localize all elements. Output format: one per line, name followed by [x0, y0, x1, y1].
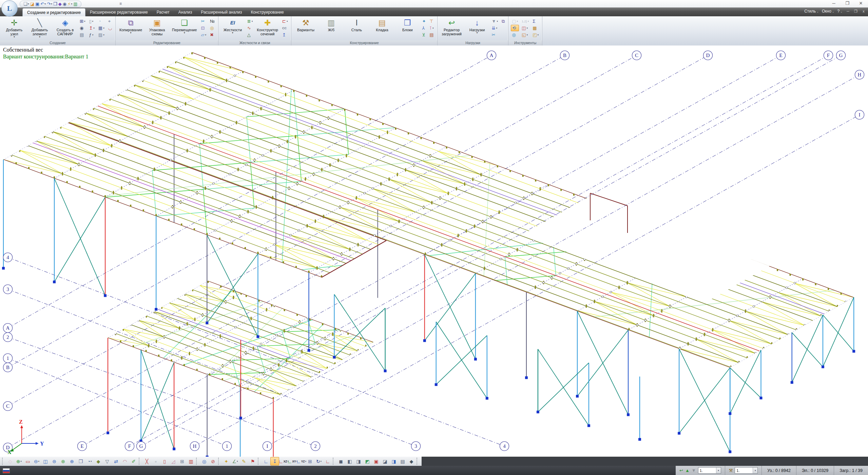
color-blocks-icon[interactable]: ◰▾ [532, 32, 540, 38]
concrete-button[interactable]: ▥Ж/б [319, 17, 343, 35]
cut-loads-icon[interactable]: ✂ [491, 32, 499, 38]
copy-button[interactable]: ⧉Копирование▾ [118, 17, 143, 35]
select-zoom-icon[interactable]: ◎ [209, 25, 216, 31]
select-mode-icon[interactable]: ▢▾ [511, 18, 519, 24]
rotate-view-icon[interactable]: ⊛ [59, 457, 67, 465]
toolbar-overflow-icon[interactable]: ≡ [119, 1, 122, 6]
mesh-icon[interactable]: ▦▾ [97, 25, 105, 31]
lightning-icon[interactable]: ⚡▾ [67, 1, 72, 7]
section-icon[interactable]: ⊏▾ [281, 18, 289, 24]
view-back-icon[interactable]: ◨ [389, 457, 398, 465]
arc-icon[interactable]: ◡ [107, 25, 113, 31]
tab-расчет[interactable]: Расчет [152, 8, 174, 16]
stiffness-button[interactable]: EIЖесткости▾ [221, 17, 245, 35]
view-left-icon[interactable]: ◩ [363, 457, 372, 465]
dome-icon[interactable]: ◔ [97, 18, 105, 24]
surface-fxy-icon[interactable]: ƒ▾ [88, 32, 95, 38]
select-nodes-icon[interactable]: ▫ [151, 457, 160, 465]
open-file-icon[interactable]: ◪ [30, 1, 34, 7]
pile-icon[interactable]: ⅄ [421, 25, 427, 31]
minimize-button[interactable]: ─ [829, 1, 838, 6]
move-button[interactable]: ❏Перемещение▾ [171, 17, 198, 35]
rotate-icon[interactable]: ↻▾ [314, 457, 323, 465]
select-building-icon[interactable]: ▥ [187, 457, 195, 465]
delete-icon[interactable]: ✖ [209, 32, 216, 38]
scissors-icon[interactable]: ✂ [200, 18, 207, 24]
select-frame-icon[interactable]: ⊞ [178, 457, 187, 465]
zoom-refresh-icon[interactable]: ◎ [511, 32, 519, 38]
add-element-button[interactable]: ╲Добавить элемент▾ [28, 17, 52, 39]
view-front-icon[interactable]: ▣ [372, 457, 381, 465]
frame-building-icon[interactable]: ▤ [79, 32, 86, 38]
steel-button[interactable]: ΙСталь [345, 17, 368, 35]
arch-icon[interactable]: ◠ [120, 457, 129, 465]
tabstrip-right-menu[interactable]: Стиль⌄Окно⌄?⌄─❐x [804, 9, 866, 14]
app-logo[interactable]: L [1, 0, 18, 17]
select-block-icon[interactable]: ◿ [169, 457, 178, 465]
tab-расширенный-анализ[interactable]: Расширенный анализ [196, 8, 246, 16]
variant-combobox[interactable]: 1.▾ [735, 467, 758, 474]
view-top-icon[interactable]: ◧ [345, 457, 354, 465]
restore-button[interactable]: ❐ [843, 1, 852, 6]
chart-icon[interactable]: ▥ [73, 1, 77, 7]
compress-icon[interactable]: ⊜ [50, 457, 59, 465]
tab-анализ[interactable]: Анализ [174, 8, 197, 16]
polygon-select-icon[interactable]: ◇ [6, 457, 15, 465]
zoom-out-icon[interactable]: ⊖▾ [32, 457, 41, 465]
flashlight-icon[interactable]: ✦ [222, 457, 231, 465]
unselect-icon[interactable]: ╳ [142, 457, 151, 465]
resize-icon[interactable]: ⊡ [200, 25, 207, 31]
design-variant-icon[interactable]: ⚒ [729, 468, 733, 473]
add-axes-icon[interactable]: ↥▾ [88, 25, 95, 31]
loads-button[interactable]: ↓Нагрузки▾ [465, 17, 489, 35]
cc-icon[interactable]: CC [281, 25, 289, 31]
load-editor-icon[interactable]: ↩ [679, 468, 683, 473]
frame-icon[interactable]: ⊞▾ [79, 18, 86, 24]
section-builder-button[interactable]: ✚Конструктор сечений [255, 17, 279, 39]
quick-access-toolbar[interactable]: ❏▾◪▣↶▾↷▾❒◆◉⚡▾▥ [20, 1, 81, 7]
palette-icon[interactable]: ▩ [532, 25, 540, 31]
zoom-window-icon[interactable]: ▭ [23, 457, 32, 465]
distributed-load-icon[interactable]: ⇊▾ [491, 25, 499, 31]
doc-close-button[interactable]: x [861, 9, 866, 13]
pan-rotate-icon[interactable]: ⟲ [511, 25, 519, 31]
mirror-icon[interactable]: ◫ [41, 457, 50, 465]
pencil-icon[interactable]: ✎ [239, 457, 248, 465]
find-icon[interactable]: ◎ [200, 457, 209, 465]
isometry-icon[interactable]: ◆ [94, 457, 103, 465]
tab-конструирование[interactable]: Конструирование [246, 8, 288, 16]
brick-f-icon[interactable]: ▤ [428, 32, 435, 38]
diagram-icon[interactable]: ◫▾ [521, 25, 530, 31]
axes-red-icon[interactable]: ∟ [323, 457, 332, 465]
add-node-button[interactable]: ✛Добавить узел▾ [2, 17, 26, 39]
anchor-top-icon[interactable]: ⊤ [428, 18, 435, 24]
find-clear-icon[interactable]: ⊘ [209, 457, 217, 465]
prev-loadcase-icon[interactable]: ▲ [685, 468, 690, 473]
weight-icon[interactable]: ▼▾ [491, 18, 499, 24]
measure-icon[interactable]: ∠▾ [231, 457, 239, 465]
close-button[interactable]: ✕ [856, 1, 865, 6]
support-icon[interactable]: △ [246, 32, 254, 38]
renumber-icon[interactable]: № [209, 18, 216, 24]
numbering-icon[interactable]: 1.2)▾ [521, 18, 530, 24]
masonry-button[interactable]: ▤Кладка [370, 17, 394, 35]
undo-icon[interactable]: ↶▾ [40, 1, 46, 7]
proj-xy-icon[interactable]: ∟XY▾ [288, 457, 297, 465]
proj-xz-icon[interactable]: ∟XZ▾ [279, 457, 288, 465]
color-c-icon[interactable]: ◱▾ [521, 32, 530, 38]
filter-icon[interactable]: ▽ [103, 457, 112, 465]
redo-icon[interactable]: ↷▾ [47, 1, 52, 7]
plane-icon[interactable]: ⊞ [306, 457, 314, 465]
wand-icon[interactable]: ✦ [421, 18, 427, 24]
ucs-down-icon[interactable]: ↧ [270, 457, 279, 465]
menu-?[interactable]: ?⌄ [837, 9, 843, 14]
zoom-extents-icon[interactable]: ⊕ [67, 457, 76, 465]
model-viewport[interactable]: Собственный вес Вариант конструирования:… [0, 45, 868, 457]
save-icon[interactable]: ▣ [35, 1, 39, 7]
select-elements-icon[interactable]: ▯ [160, 457, 169, 465]
new-file-icon[interactable]: ❏▾ [23, 1, 29, 7]
transform-icon[interactable]: ▱▾ [200, 32, 207, 38]
gem-icon[interactable]: ◆ [58, 1, 62, 7]
copy-loads-icon[interactable]: ⧉ [501, 18, 506, 24]
variants-button[interactable]: ⚒Варианты [294, 17, 317, 35]
